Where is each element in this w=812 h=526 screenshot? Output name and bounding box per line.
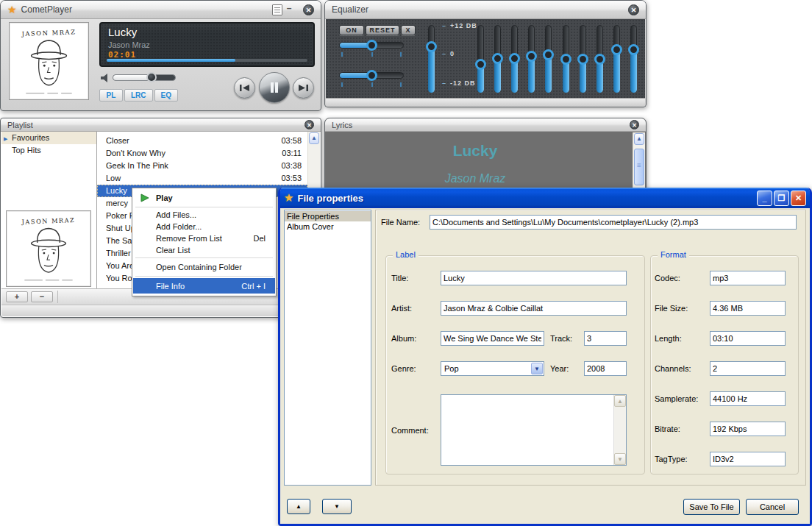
format-field-input[interactable] (710, 301, 786, 316)
slider-handle[interactable] (526, 51, 537, 62)
song-title: Geek In The Pink (106, 160, 277, 172)
equalizer-toggle-button[interactable]: EQ (154, 89, 178, 102)
eq-band-slider-10[interactable] (630, 25, 637, 93)
close-icon[interactable]: ✕ (304, 120, 314, 129)
format-field-input[interactable] (710, 391, 786, 406)
eq-band-slider-5[interactable] (545, 25, 552, 93)
song-row[interactable]: Closer03:58 (97, 135, 307, 147)
close-icon[interactable]: ✕ (630, 120, 639, 129)
genre-combobox[interactable]: Pop ▼ (441, 361, 544, 376)
eq-x-button[interactable]: X (401, 25, 416, 35)
comment-scrollbar[interactable]: ▲ ▼ (613, 395, 626, 465)
eq-horizontal-slider-2[interactable] (339, 72, 404, 79)
eq-band-slider-1[interactable] (477, 25, 484, 93)
menu-item-add-files[interactable]: Add Files... (133, 209, 275, 221)
scroll-thumb[interactable] (634, 149, 644, 185)
menu-item-remove-from-list[interactable]: Remove From ListDel (133, 232, 275, 244)
close-icon[interactable]: ✕ (303, 4, 314, 15)
previous-button[interactable] (234, 77, 255, 99)
eq-horizontal-slider-1[interactable] (339, 42, 404, 49)
slider-handle[interactable] (509, 53, 520, 64)
add-song-button[interactable]: + (6, 291, 28, 302)
format-field-input[interactable] (710, 452, 786, 466)
song-row[interactable]: Low03:53 (97, 172, 307, 185)
equalizer-titlebar[interactable]: Equalizer ✕ (325, 1, 646, 19)
scroll-up-icon[interactable]: ▲ (614, 395, 626, 407)
playlist-titlebar[interactable]: Playlist ✕ (1, 118, 321, 132)
comment-textarea[interactable]: ▲ ▼ (441, 394, 627, 466)
slider-handle[interactable] (475, 59, 486, 70)
slider-handle[interactable] (577, 54, 588, 65)
playlist-group-item[interactable]: Favourites (1, 132, 96, 144)
song-row[interactable]: Don't Know Why03:11 (97, 147, 307, 160)
lyrics-toggle-button[interactable]: LRC (124, 89, 153, 102)
menu-item-open-containing-folder[interactable]: Open Containing Folder (133, 260, 275, 274)
player-titlebar[interactable]: ★ CometPlayer – ✕ (1, 1, 321, 19)
cancel-button[interactable]: Cancel (746, 499, 799, 515)
song-row[interactable]: Geek In The Pink03:38 (97, 160, 307, 172)
minimize-icon[interactable]: _ (757, 191, 772, 206)
menu-item-clear-list[interactable]: Clear List (133, 244, 275, 256)
year-input[interactable] (584, 361, 627, 376)
save-to-file-button[interactable]: Save To File (683, 499, 740, 515)
track-input[interactable] (584, 331, 627, 346)
pause-button[interactable] (259, 72, 290, 103)
song-duration: 03:38 (277, 160, 302, 172)
dialog-sidebar-item[interactable]: Album Cover (285, 221, 371, 232)
eq-band-slider-6[interactable] (563, 25, 569, 93)
song-duration: 03:53 (277, 172, 302, 185)
now-playing-artist: Jason Mraz (108, 40, 150, 49)
dialog-sidebar-item[interactable]: File Properties (285, 211, 371, 221)
slider-handle[interactable] (628, 44, 639, 55)
playlist-group-item[interactable]: Top Hits (1, 144, 96, 157)
maximize-icon[interactable]: ❐ (774, 191, 789, 206)
eq-reset-button[interactable]: RESET (366, 25, 399, 35)
format-field-input[interactable] (710, 422, 786, 436)
slider-handle[interactable] (543, 49, 554, 60)
scroll-down-icon[interactable]: ▼ (614, 453, 626, 465)
song-title: Don't Know Why (106, 147, 277, 160)
move-down-button[interactable]: ▼ (322, 499, 352, 514)
format-field-input[interactable] (710, 361, 786, 376)
context-menu: PlayAdd Files...Add Folder...Remove From… (132, 188, 277, 296)
eq-band-slider-8[interactable] (596, 25, 603, 93)
dropdown-arrow-icon[interactable]: ▼ (531, 363, 543, 374)
playlist-doc-icon[interactable] (272, 4, 282, 15)
slider-handle[interactable] (560, 54, 571, 65)
eq-band-slider-9[interactable] (613, 25, 620, 93)
minimize-icon[interactable]: – (282, 4, 296, 15)
eq-on-button[interactable]: ON (339, 25, 364, 35)
eq-band-slider-3[interactable] (511, 25, 518, 93)
album-input[interactable] (441, 331, 544, 346)
eq-band-slider-4[interactable] (528, 25, 535, 93)
slider-handle[interactable] (366, 40, 377, 51)
scroll-up-icon[interactable]: ▲ (634, 133, 644, 145)
format-field-input[interactable] (710, 271, 786, 285)
dialog-titlebar[interactable]: ★ File properties _ ❐ ✕ (280, 188, 810, 208)
slider-handle[interactable] (366, 70, 377, 81)
menu-item-play[interactable]: Play (133, 191, 275, 205)
menu-item-file-info[interactable]: File InfoCtrl + I (133, 278, 275, 294)
eq-band-slider-2[interactable] (494, 25, 501, 93)
artist-input[interactable] (441, 301, 627, 316)
menu-item-add-folder[interactable]: Add Folder... (133, 221, 275, 232)
move-up-button[interactable]: ▲ (287, 499, 310, 514)
slider-handle[interactable] (492, 53, 503, 64)
remove-song-button[interactable]: − (31, 291, 53, 302)
title-input[interactable] (441, 271, 627, 285)
slider-handle[interactable] (426, 41, 437, 52)
format-field-input[interactable] (710, 331, 786, 346)
playlist-toggle-button[interactable]: PL (99, 89, 123, 102)
slider-handle[interactable] (611, 44, 622, 55)
progress-bar[interactable] (107, 59, 307, 62)
lyrics-titlebar[interactable]: Lyrics ✕ (325, 118, 646, 132)
eq-preamp-slider[interactable] (428, 25, 435, 93)
scroll-up-icon[interactable]: ▲ (309, 132, 319, 144)
close-icon[interactable]: ✕ (791, 191, 806, 206)
slider-handle[interactable] (594, 54, 605, 65)
file-name-input[interactable] (430, 215, 797, 230)
eq-band-slider-7[interactable] (580, 25, 586, 93)
next-button[interactable] (293, 77, 314, 99)
close-icon[interactable]: ✕ (628, 4, 639, 15)
volume-slider[interactable] (113, 74, 176, 81)
